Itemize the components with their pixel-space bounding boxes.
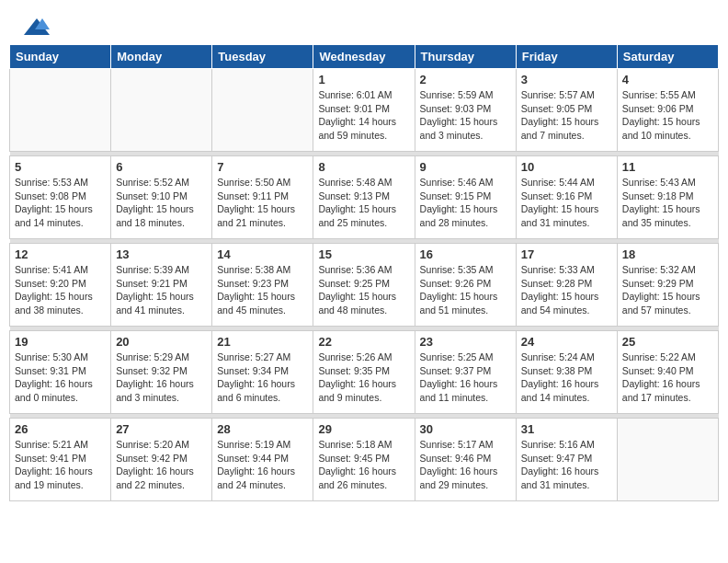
weekday-header-thursday: Thursday	[415, 45, 516, 69]
calendar-cell	[111, 69, 212, 152]
calendar-cell: 16Sunrise: 5:35 AM Sunset: 9:26 PM Dayli…	[415, 244, 516, 327]
day-number: 5	[15, 160, 106, 174]
logo-icon	[24, 17, 50, 37]
day-detail: Sunrise: 5:20 AM Sunset: 9:42 PM Dayligh…	[116, 438, 207, 492]
day-number: 15	[318, 247, 409, 261]
day-number: 22	[318, 335, 409, 349]
day-number: 26	[15, 422, 106, 436]
day-number: 4	[622, 73, 713, 86]
day-number: 10	[521, 160, 612, 174]
day-detail: Sunrise: 5:24 AM Sunset: 9:38 PM Dayligh…	[521, 350, 612, 405]
calendar-cell: 30Sunrise: 5:17 AM Sunset: 9:46 PM Dayli…	[415, 419, 516, 501]
day-detail: Sunrise: 5:30 AM Sunset: 9:31 PM Dayligh…	[15, 350, 106, 405]
day-number: 11	[622, 160, 713, 174]
week-row-2: 5Sunrise: 5:53 AM Sunset: 9:08 PM Daylig…	[10, 156, 719, 239]
day-number: 31	[521, 422, 612, 436]
day-detail: Sunrise: 5:52 AM Sunset: 9:10 PM Dayligh…	[116, 176, 207, 230]
day-detail: Sunrise: 5:48 AM Sunset: 9:13 PM Dayligh…	[318, 176, 409, 230]
day-number: 6	[116, 160, 207, 174]
calendar-cell	[10, 69, 111, 152]
weekday-header-saturday: Saturday	[617, 45, 718, 69]
day-detail: Sunrise: 5:25 AM Sunset: 9:37 PM Dayligh…	[420, 350, 511, 405]
day-number: 7	[217, 160, 308, 174]
calendar-cell: 18Sunrise: 5:32 AM Sunset: 9:29 PM Dayli…	[617, 244, 718, 327]
day-number: 25	[622, 335, 713, 349]
calendar-cell: 17Sunrise: 5:33 AM Sunset: 9:28 PM Dayli…	[516, 244, 617, 327]
week-row-3: 12Sunrise: 5:41 AM Sunset: 9:20 PM Dayli…	[10, 244, 719, 327]
calendar-cell: 7Sunrise: 5:50 AM Sunset: 9:11 PM Daylig…	[212, 156, 313, 239]
calendar-cell	[212, 69, 313, 152]
day-number: 13	[116, 247, 207, 261]
calendar-cell: 4Sunrise: 5:55 AM Sunset: 9:06 PM Daylig…	[617, 69, 718, 152]
calendar-cell: 22Sunrise: 5:26 AM Sunset: 9:35 PM Dayli…	[313, 331, 415, 414]
calendar-cell: 2Sunrise: 5:59 AM Sunset: 9:03 PM Daylig…	[415, 69, 516, 152]
calendar-cell: 1Sunrise: 6:01 AM Sunset: 9:01 PM Daylig…	[313, 69, 415, 152]
calendar-cell: 14Sunrise: 5:38 AM Sunset: 9:23 PM Dayli…	[212, 244, 313, 327]
calendar-cell: 21Sunrise: 5:27 AM Sunset: 9:34 PM Dayli…	[212, 331, 313, 414]
day-detail: Sunrise: 5:44 AM Sunset: 9:16 PM Dayligh…	[521, 176, 612, 230]
day-detail: Sunrise: 5:16 AM Sunset: 9:47 PM Dayligh…	[521, 438, 612, 492]
day-number: 29	[318, 422, 409, 436]
day-detail: Sunrise: 5:26 AM Sunset: 9:35 PM Dayligh…	[318, 350, 409, 405]
weekday-header-sunday: Sunday	[10, 45, 111, 69]
calendar-cell: 26Sunrise: 5:21 AM Sunset: 9:41 PM Dayli…	[10, 419, 111, 501]
day-number: 19	[15, 335, 106, 349]
calendar-cell: 12Sunrise: 5:41 AM Sunset: 9:20 PM Dayli…	[10, 244, 111, 327]
day-detail: Sunrise: 5:46 AM Sunset: 9:15 PM Dayligh…	[420, 176, 511, 230]
day-detail: Sunrise: 5:55 AM Sunset: 9:06 PM Dayligh…	[622, 88, 713, 143]
day-detail: Sunrise: 5:38 AM Sunset: 9:23 PM Dayligh…	[217, 263, 308, 317]
day-number: 27	[116, 422, 207, 436]
calendar-cell: 27Sunrise: 5:20 AM Sunset: 9:42 PM Dayli…	[111, 419, 212, 501]
calendar-cell: 5Sunrise: 5:53 AM Sunset: 9:08 PM Daylig…	[10, 156, 111, 239]
day-number: 2	[420, 73, 511, 86]
calendar-cell: 24Sunrise: 5:24 AM Sunset: 9:38 PM Dayli…	[516, 331, 617, 414]
day-number: 30	[420, 422, 511, 436]
week-row-5: 26Sunrise: 5:21 AM Sunset: 9:41 PM Dayli…	[10, 419, 719, 501]
day-detail: Sunrise: 5:59 AM Sunset: 9:03 PM Dayligh…	[420, 88, 511, 143]
calendar-cell: 20Sunrise: 5:29 AM Sunset: 9:32 PM Dayli…	[111, 331, 212, 414]
day-detail: Sunrise: 6:01 AM Sunset: 9:01 PM Dayligh…	[318, 88, 409, 143]
day-number: 12	[15, 247, 106, 261]
day-number: 18	[622, 247, 713, 261]
day-number: 17	[521, 247, 612, 261]
calendar-cell: 8Sunrise: 5:48 AM Sunset: 9:13 PM Daylig…	[313, 156, 415, 239]
weekday-header-row: SundayMondayTuesdayWednesdayThursdayFrid…	[10, 45, 719, 69]
day-detail: Sunrise: 5:21 AM Sunset: 9:41 PM Dayligh…	[15, 438, 106, 492]
calendar-cell: 29Sunrise: 5:18 AM Sunset: 9:45 PM Dayli…	[313, 419, 415, 501]
day-detail: Sunrise: 5:53 AM Sunset: 9:08 PM Dayligh…	[15, 176, 106, 230]
day-detail: Sunrise: 5:19 AM Sunset: 9:44 PM Dayligh…	[217, 438, 308, 492]
day-detail: Sunrise: 5:33 AM Sunset: 9:28 PM Dayligh…	[521, 263, 612, 317]
calendar-cell: 23Sunrise: 5:25 AM Sunset: 9:37 PM Dayli…	[415, 331, 516, 414]
calendar-table: SundayMondayTuesdayWednesdayThursdayFrid…	[9, 44, 719, 501]
day-detail: Sunrise: 5:27 AM Sunset: 9:34 PM Dayligh…	[217, 350, 308, 405]
day-number: 16	[420, 247, 511, 261]
week-row-4: 19Sunrise: 5:30 AM Sunset: 9:31 PM Dayli…	[10, 331, 719, 414]
day-number: 28	[217, 422, 308, 436]
day-detail: Sunrise: 5:50 AM Sunset: 9:11 PM Dayligh…	[217, 176, 308, 230]
day-number: 8	[318, 160, 409, 174]
calendar-cell: 9Sunrise: 5:46 AM Sunset: 9:15 PM Daylig…	[415, 156, 516, 239]
calendar-cell: 10Sunrise: 5:44 AM Sunset: 9:16 PM Dayli…	[516, 156, 617, 239]
day-detail: Sunrise: 5:39 AM Sunset: 9:21 PM Dayligh…	[116, 263, 207, 317]
day-detail: Sunrise: 5:32 AM Sunset: 9:29 PM Dayligh…	[622, 263, 713, 317]
calendar-cell: 15Sunrise: 5:36 AM Sunset: 9:25 PM Dayli…	[313, 244, 415, 327]
calendar-cell	[617, 419, 718, 501]
day-number: 3	[521, 73, 612, 86]
day-number: 14	[217, 247, 308, 261]
calendar-cell: 13Sunrise: 5:39 AM Sunset: 9:21 PM Dayli…	[111, 244, 212, 327]
day-number: 20	[116, 335, 207, 349]
weekday-header-monday: Monday	[111, 45, 212, 69]
calendar-cell: 11Sunrise: 5:43 AM Sunset: 9:18 PM Dayli…	[617, 156, 718, 239]
page-header	[0, 0, 728, 44]
calendar-wrapper: SundayMondayTuesdayWednesdayThursdayFrid…	[0, 44, 728, 511]
weekday-header-friday: Friday	[516, 45, 617, 69]
weekday-header-tuesday: Tuesday	[212, 45, 313, 69]
calendar-cell: 6Sunrise: 5:52 AM Sunset: 9:10 PM Daylig…	[111, 156, 212, 239]
calendar-cell: 19Sunrise: 5:30 AM Sunset: 9:31 PM Dayli…	[10, 331, 111, 414]
day-detail: Sunrise: 5:29 AM Sunset: 9:32 PM Dayligh…	[116, 350, 207, 405]
day-detail: Sunrise: 5:43 AM Sunset: 9:18 PM Dayligh…	[622, 176, 713, 230]
week-row-1: 1Sunrise: 6:01 AM Sunset: 9:01 PM Daylig…	[10, 69, 719, 152]
day-detail: Sunrise: 5:17 AM Sunset: 9:46 PM Dayligh…	[420, 438, 511, 492]
day-detail: Sunrise: 5:35 AM Sunset: 9:26 PM Dayligh…	[420, 263, 511, 317]
day-number: 23	[420, 335, 511, 349]
